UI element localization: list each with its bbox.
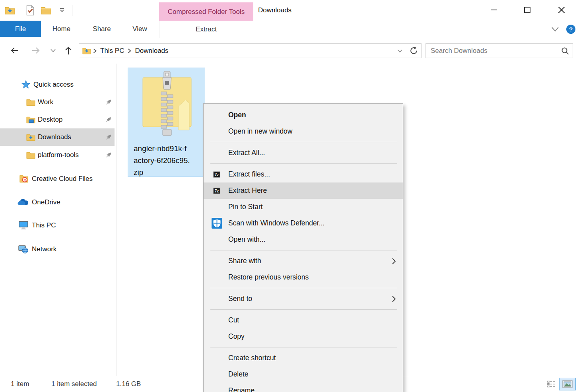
chevron-right-icon[interactable] [91, 48, 99, 54]
tab-home[interactable]: Home [45, 21, 78, 37]
window-title: Downloads [258, 6, 291, 14]
downloads-folder-icon[interactable] [4, 4, 16, 16]
menu-item-pin-to-start[interactable]: Pin to Start [204, 199, 403, 215]
submenu-arrow-icon [391, 257, 396, 265]
folder-icon [25, 150, 36, 160]
menu-item-label: Send to [228, 295, 252, 303]
menu-item-extract-files[interactable]: 7z Extract files... [204, 166, 403, 182]
sidebar-item-network[interactable]: Network [0, 241, 115, 258]
refresh-button[interactable] [406, 43, 422, 58]
item-count: 1 item [11, 380, 29, 388]
tab-view[interactable]: View [123, 21, 157, 37]
forward-button[interactable] [29, 44, 43, 57]
file-name-line: angler-nbd91k-f [134, 143, 190, 155]
menu-item-delete[interactable]: Delete [204, 366, 403, 382]
menu-item-rename[interactable]: Rename [204, 382, 403, 392]
menu-item-label: Open [228, 111, 246, 119]
status-separator [44, 380, 44, 388]
file-item-zip[interactable]: angler-nbd91k-f actory-6f206c95. zip [128, 68, 205, 177]
search-icon[interactable] [558, 47, 573, 55]
close-button[interactable] [553, 3, 570, 17]
menu-item-share-with[interactable]: Share with [204, 253, 403, 269]
file-name: angler-nbd91k-f actory-6f206c95. zip [134, 143, 190, 179]
sidebar-item-onedrive[interactable]: OneDrive [0, 194, 115, 211]
menu-item-open[interactable]: Open [204, 107, 403, 123]
menu-separator [210, 163, 397, 164]
computer-icon [17, 220, 29, 231]
sidebar-item-desktop[interactable]: Desktop [0, 111, 115, 128]
7zip-icon: 7z [211, 171, 223, 178]
breadcrumb-this-pc[interactable]: This PC [99, 47, 126, 55]
selection-size: 1.16 GB [116, 380, 141, 388]
pin-icon[interactable] [104, 151, 113, 159]
tab-file[interactable]: File [0, 21, 41, 37]
svg-text:7z: 7z [215, 189, 219, 193]
menu-item-cut[interactable]: Cut [204, 312, 403, 328]
menu-item-open-with[interactable]: Open with... [204, 231, 403, 248]
menu-item-label: Share with [228, 257, 261, 265]
sidebar-item-work[interactable]: Work [0, 93, 115, 111]
toolbar-separator [72, 5, 72, 16]
menu-item-label: Cut [228, 316, 239, 324]
details-view-button[interactable] [544, 378, 558, 390]
menu-item-create-shortcut[interactable]: Create shortcut [204, 350, 403, 366]
sidebar-item-label: This PC [32, 221, 56, 229]
menu-separator [210, 347, 397, 347]
help-button[interactable]: ? [566, 25, 575, 34]
sidebar-item-label: Quick access [33, 81, 74, 89]
downloads-folder-icon [82, 47, 91, 54]
up-button[interactable] [62, 44, 75, 57]
menu-separator [210, 250, 397, 250]
sidebar-item-label: Creative Cloud Files [32, 175, 93, 183]
sidebar-item-this-pc[interactable]: This PC [0, 217, 115, 234]
menu-item-label: Scan with Windows Defender... [228, 219, 324, 227]
sidebar-item-label: Desktop [38, 116, 62, 124]
search-input[interactable] [426, 47, 558, 55]
recent-locations-chevron-icon[interactable] [48, 44, 58, 57]
menu-item-scan-with-windows-defender[interactable]: Scan with Windows Defender... [204, 215, 403, 231]
chevron-right-icon[interactable] [126, 48, 133, 54]
sidebar-item-platform-tools[interactable]: platform-tools [0, 146, 115, 164]
breadcrumb-downloads[interactable]: Downloads [133, 47, 170, 55]
large-icons-view-button[interactable] [559, 378, 576, 390]
address-bar[interactable]: This PC Downloads [79, 43, 406, 58]
toolbar-separator [20, 5, 20, 16]
navigation-pane: Quick access Work Desktop [0, 64, 117, 376]
properties-check-document-icon[interactable] [24, 4, 36, 16]
search-box [426, 43, 573, 58]
desktop-folder-icon [25, 114, 36, 125]
menu-item-label: Copy [228, 332, 245, 341]
menu-item-label: Rename [228, 386, 255, 392]
minimize-button[interactable] [485, 3, 503, 17]
pin-icon[interactable] [104, 133, 113, 142]
quick-access-toolbar [4, 3, 72, 17]
menu-item-restore-previous-versions[interactable]: Restore previous versions [204, 269, 403, 285]
menu-item-extract-here[interactable]: 7z Extract Here [204, 182, 403, 199]
back-button[interactable] [8, 44, 21, 57]
address-dropdown-chevron-icon[interactable] [397, 49, 403, 53]
sidebar-item-label: platform-tools [38, 151, 79, 159]
tab-extract[interactable]: Extract [159, 21, 253, 38]
svg-text:7z: 7z [215, 173, 219, 177]
submenu-arrow-icon [391, 295, 396, 303]
customize-toolbar-chevron-icon[interactable] [56, 4, 68, 16]
menu-item-open-in-new-window[interactable]: Open in new window [204, 123, 403, 140]
menu-item-label: Extract Here [228, 186, 267, 195]
sidebar-item-creative-cloud-files[interactable]: ∞ Creative Cloud Files [0, 170, 115, 188]
menu-item-label: Pin to Start [228, 203, 263, 211]
menu-item-copy[interactable]: Copy [204, 328, 403, 345]
collapse-ribbon-chevron-icon[interactable] [550, 24, 561, 35]
menu-item-label: Restore previous versions [228, 273, 309, 281]
contextual-tab-group-label: Compressed Folder Tools [159, 2, 253, 21]
menu-item-extract-all[interactable]: Extract All... [204, 145, 403, 161]
pin-icon[interactable] [104, 115, 113, 124]
maximize-button[interactable] [519, 3, 536, 17]
sidebar-item-downloads[interactable]: Downloads [0, 128, 115, 146]
pin-icon[interactable] [104, 98, 113, 107]
new-folder-icon[interactable] [40, 4, 52, 16]
tab-share[interactable]: Share [85, 21, 119, 37]
menu-item-send-to[interactable]: Send to [204, 291, 403, 307]
network-icon [17, 244, 29, 254]
sidebar-item-quick-access[interactable]: Quick access [0, 76, 115, 93]
quick-access-star-icon [21, 80, 31, 90]
